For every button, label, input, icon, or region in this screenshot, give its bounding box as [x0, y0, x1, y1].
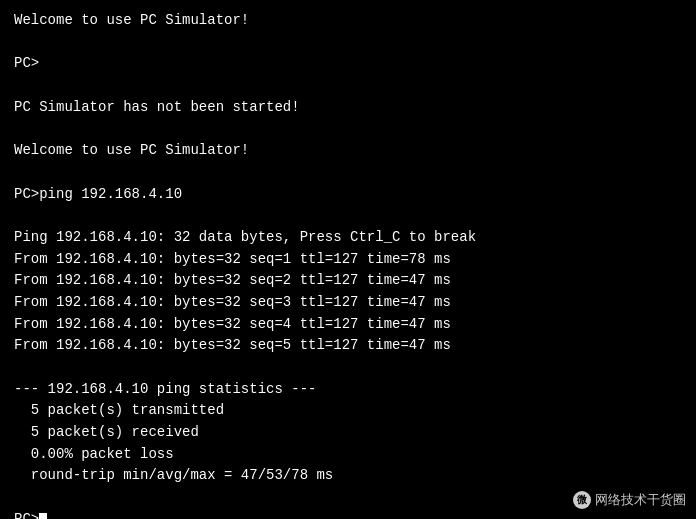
terminal-line	[14, 162, 682, 184]
terminal-line: From 192.168.4.10: bytes=32 seq=3 ttl=12…	[14, 292, 682, 314]
terminal-line	[14, 118, 682, 140]
terminal-line	[14, 75, 682, 97]
terminal-line: 0.00% packet loss	[14, 444, 682, 466]
terminal-line: From 192.168.4.10: bytes=32 seq=4 ttl=12…	[14, 314, 682, 336]
terminal-line: From 192.168.4.10: bytes=32 seq=5 ttl=12…	[14, 335, 682, 357]
terminal-output: Welcome to use PC Simulator! PC> PC Simu…	[14, 10, 682, 519]
terminal-cursor	[39, 513, 47, 519]
terminal-line: PC Simulator has not been started!	[14, 97, 682, 119]
terminal-line: Ping 192.168.4.10: 32 data bytes, Press …	[14, 227, 682, 249]
terminal-line: PC>	[14, 53, 682, 75]
terminal-line: PC>	[14, 509, 682, 519]
watermark: 微 网络技术干货圈	[573, 491, 686, 509]
terminal-line	[14, 357, 682, 379]
terminal-line: Welcome to use PC Simulator!	[14, 140, 682, 162]
watermark-icon: 微	[573, 491, 591, 509]
terminal-line: PC>ping 192.168.4.10	[14, 184, 682, 206]
terminal-line: 5 packet(s) received	[14, 422, 682, 444]
terminal-line	[14, 205, 682, 227]
terminal-line: --- 192.168.4.10 ping statistics ---	[14, 379, 682, 401]
watermark-text: 网络技术干货圈	[595, 491, 686, 509]
terminal-line: Welcome to use PC Simulator!	[14, 10, 682, 32]
terminal-line: round-trip min/avg/max = 47/53/78 ms	[14, 465, 682, 487]
terminal-line	[14, 32, 682, 54]
terminal-line: From 192.168.4.10: bytes=32 seq=2 ttl=12…	[14, 270, 682, 292]
terminal-window[interactable]: Welcome to use PC Simulator! PC> PC Simu…	[0, 0, 696, 519]
terminal-line: 5 packet(s) transmitted	[14, 400, 682, 422]
terminal-line: From 192.168.4.10: bytes=32 seq=1 ttl=12…	[14, 249, 682, 271]
